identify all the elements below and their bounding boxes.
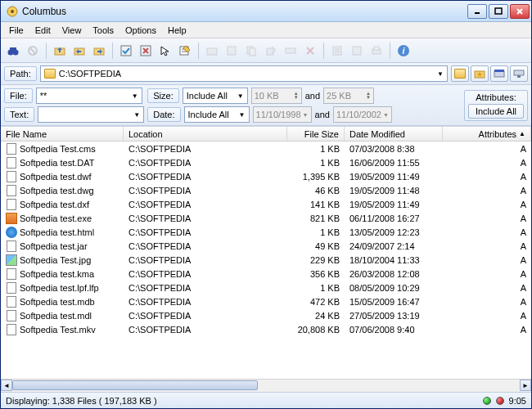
- table-row[interactable]: Softpedia Test.mkvC:\SOFTPEDIA20,808 KB0…: [1, 322, 531, 336]
- table-row[interactable]: Softpedia Test.jpgC:\SOFTPEDIA229 KB18/1…: [1, 253, 531, 267]
- toolbar: i: [1, 38, 531, 63]
- uncheck-icon[interactable]: [137, 42, 155, 60]
- table-row[interactable]: Softpedia test.dwgC:\SOFTPEDIA46 KB19/05…: [1, 183, 531, 197]
- file-date: 19/05/2009 11:49: [345, 172, 443, 182]
- file-size: 49 KB: [287, 241, 345, 251]
- table-row[interactable]: Softpedia Test.cmsC:\SOFTPEDIA1 KB07/03/…: [1, 142, 531, 155]
- date-from-input[interactable]: 11/10/1998▼: [253, 106, 312, 123]
- table-row[interactable]: Softpedia test.exeC:\SOFTPEDIA821 KB06/1…: [1, 211, 531, 225]
- favorite-folder-button[interactable]: [471, 65, 489, 82]
- svg-rect-21: [207, 48, 217, 55]
- scroll-left-arrow[interactable]: ◄: [1, 380, 12, 391]
- file-date: 07/03/2008 8:38: [345, 144, 443, 154]
- menu-help[interactable]: Help: [163, 24, 192, 37]
- table-row[interactable]: Softpedia test.htmlC:\SOFTPEDIA1 KB13/05…: [1, 225, 531, 239]
- menu-options[interactable]: Options: [120, 24, 161, 37]
- file-name: Softpedia test.kma: [20, 269, 94, 279]
- file-attr: A: [443, 200, 531, 209]
- table-row[interactable]: Softpedia test.mdlC:\SOFTPEDIA24 KB27/05…: [1, 308, 531, 322]
- file-date: 16/06/2009 11:55: [345, 158, 443, 168]
- file-size: 229 KB: [287, 255, 345, 265]
- path-buttons: [451, 65, 528, 82]
- file-size: 1 KB: [287, 144, 345, 154]
- column-name[interactable]: File Name: [1, 127, 124, 141]
- attributes-label: Attributes:: [476, 92, 516, 102]
- file-size: 356 KB: [287, 269, 345, 279]
- file-size: 1,395 KB: [287, 172, 345, 182]
- date-mode-combo[interactable]: Include All▼: [184, 106, 250, 123]
- file-date: 13/05/2009 12:23: [345, 227, 443, 237]
- binoculars-icon[interactable]: [4, 42, 22, 60]
- folder-forward-icon[interactable]: [90, 42, 108, 60]
- column-size[interactable]: File Size: [287, 127, 345, 141]
- file-icon: [6, 185, 17, 196]
- browse-folder-button[interactable]: [451, 65, 469, 82]
- scroll-right-arrow[interactable]: ►: [520, 380, 531, 391]
- size-mode-combo[interactable]: Include All▼: [183, 88, 248, 104]
- menubar: File Edit View Tools Options Help: [1, 22, 531, 38]
- table-row[interactable]: Softpedia test.dxfC:\SOFTPEDIA141 KB19/0…: [1, 197, 531, 211]
- select-icon[interactable]: [156, 42, 174, 60]
- column-date[interactable]: Date Modified: [345, 127, 443, 141]
- folder-up-icon[interactable]: [51, 42, 69, 60]
- column-location[interactable]: Location: [124, 127, 287, 141]
- chevron-down-icon: ▼: [132, 92, 138, 100]
- menu-edit[interactable]: Edit: [30, 24, 56, 37]
- table-row[interactable]: Softpedia test.DATC:\SOFTPEDIA1 KB16/06/…: [1, 155, 531, 169]
- minimize-button[interactable]: [467, 4, 487, 19]
- led-green-icon: [483, 397, 491, 405]
- file-name: Softpedia Test.jpg: [20, 255, 91, 265]
- app-window: Columbus File Edit View Tools Options He…: [0, 0, 532, 409]
- sort-asc-icon: ▲: [519, 130, 525, 137]
- menu-tools[interactable]: Tools: [88, 24, 119, 37]
- column-attributes[interactable]: Attributes▲: [443, 127, 531, 141]
- drive-button[interactable]: [490, 65, 508, 82]
- file-attr: A: [443, 283, 531, 293]
- folder-icon: [454, 69, 466, 79]
- svg-rect-34: [374, 47, 379, 50]
- file-icon: [6, 199, 17, 210]
- file-rows: Softpedia Test.cmsC:\SOFTPEDIA1 KB07/03/…: [1, 142, 531, 379]
- size-to-input[interactable]: 25 KB▲▼: [323, 88, 374, 104]
- edit-list-icon[interactable]: [176, 42, 194, 60]
- date-to-input[interactable]: 11/10/2002▼: [333, 106, 392, 123]
- file-size: 821 KB: [287, 213, 345, 223]
- file-name: Softpedia test.DAT: [20, 158, 95, 168]
- file-name: Softpedia test.mdl: [20, 311, 92, 321]
- svg-rect-41: [517, 75, 521, 78]
- attributes-button[interactable]: Include All: [468, 104, 524, 119]
- horizontal-scrollbar[interactable]: ◄ ►: [1, 379, 531, 392]
- check-all-icon[interactable]: [117, 42, 135, 60]
- network-button[interactable]: [510, 65, 528, 82]
- file-location: C:\SOFTPEDIA: [124, 144, 287, 154]
- file-attr: A: [443, 269, 531, 279]
- table-row[interactable]: Softpedia test.mdbC:\SOFTPEDIA472 KB15/0…: [1, 294, 531, 308]
- table-row[interactable]: Softpedia test.lpf.lfpC:\SOFTPEDIA1 KB08…: [1, 281, 531, 294]
- open-icon: [203, 42, 221, 60]
- file-attr: A: [443, 255, 531, 265]
- file-date: 08/05/2009 10:29: [345, 283, 443, 293]
- text-filter-combo[interactable]: ▼: [38, 106, 144, 123]
- maximize-button[interactable]: [489, 4, 508, 19]
- stop-icon: [24, 42, 42, 60]
- menu-file[interactable]: File: [4, 24, 29, 37]
- table-row[interactable]: Softpedia test.dwfC:\SOFTPEDIA1,395 KB19…: [1, 169, 531, 183]
- led-red-icon: [496, 397, 504, 405]
- close-button[interactable]: [510, 4, 530, 19]
- file-location: C:\SOFTPEDIA: [124, 325, 287, 335]
- file-date: 19/05/2009 11:48: [345, 186, 443, 196]
- size-from-input[interactable]: 10 KB▲▼: [251, 88, 302, 104]
- and-label: and: [315, 110, 330, 119]
- path-combo[interactable]: C:\SOFTPEDIA ▼: [40, 65, 448, 82]
- file-size: 141 KB: [287, 200, 345, 209]
- file-filter-combo[interactable]: **▼: [36, 88, 142, 104]
- info-icon[interactable]: i: [394, 42, 413, 60]
- folder-back-icon[interactable]: [70, 42, 88, 60]
- export-icon: [348, 42, 366, 60]
- table-row[interactable]: Softpedia test.jarC:\SOFTPEDIA49 KB24/09…: [1, 239, 531, 253]
- scroll-thumb[interactable]: [12, 380, 258, 390]
- menu-view[interactable]: View: [57, 24, 87, 37]
- table-row[interactable]: Softpedia test.kmaC:\SOFTPEDIA356 KB26/0…: [1, 267, 531, 281]
- svg-rect-22: [228, 47, 236, 55]
- separator: [112, 43, 113, 59]
